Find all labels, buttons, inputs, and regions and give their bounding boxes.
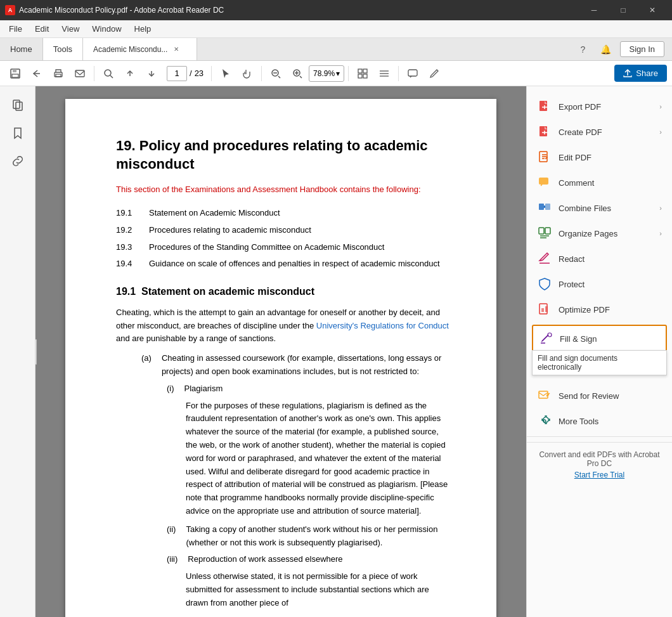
restore-button[interactable]: □ (609, 0, 638, 20)
subsection-title: 19.1 Statement on academic misconduct (116, 283, 452, 300)
fit-page-button[interactable] (352, 63, 373, 84)
print-button[interactable] (48, 63, 68, 84)
svg-point-37 (548, 333, 552, 337)
list-text-i: Plagiarism (184, 382, 223, 396)
next-page-button[interactable] (141, 63, 162, 84)
menu-file[interactable]: File (3, 22, 29, 36)
zoom-out-search-button[interactable] (98, 63, 119, 84)
tab-tools[interactable]: Tools (43, 38, 83, 60)
svg-rect-29 (539, 204, 544, 210)
menu-help[interactable]: Help (128, 22, 158, 36)
zoom-out-button[interactable] (266, 63, 286, 84)
tool-combine-files[interactable]: Combine Files › (527, 195, 672, 221)
tool-comment[interactable]: Comment (527, 170, 672, 195)
back-button[interactable] (27, 63, 47, 84)
svg-rect-4 (56, 74, 61, 77)
tool-optimize-pdf[interactable]: Optimize PDF (527, 297, 672, 322)
plagiarism-definition: For the purposes of these regulations, p… (116, 399, 452, 518)
sign-in-button[interactable]: Sign In (620, 41, 664, 57)
page-total: 23 (195, 68, 204, 78)
toolbar: / 23 78.9% ▾ Share (0, 61, 672, 86)
tool-redact[interactable]: Redact (527, 246, 672, 271)
tool-protect[interactable]: Protect (527, 271, 672, 297)
share-label: Share (636, 68, 658, 78)
send-for-review-label: Send for Review (559, 391, 662, 401)
email-button[interactable] (70, 63, 90, 84)
fill-sign-tooltip: Fill and sign documents electronically (532, 350, 667, 375)
svg-rect-2 (12, 74, 18, 77)
pdf-page: 19. Policy and procedures relating to ac… (65, 99, 496, 617)
tool-fill-sign[interactable]: Fill & Sign (532, 325, 667, 353)
tool-more-tools[interactable]: More Tools (527, 408, 672, 434)
scroll-mode-button[interactable] (374, 63, 394, 84)
more-tools-label: More Tools (559, 417, 662, 426)
tab-bar: Home Tools Academic Miscondu... ✕ ? 🔔 Si… (0, 38, 672, 61)
svg-rect-17 (358, 74, 362, 78)
draw-button[interactable] (424, 63, 444, 84)
university-link[interactable]: University's Regulations for Conduct (316, 321, 449, 330)
toolbar-divider-3 (261, 66, 262, 81)
hand-tool-button[interactable] (237, 63, 257, 84)
pdf-area[interactable]: ◀ 19. Policy and procedures relating to … (36, 86, 526, 617)
toc-text-3: Procedures of the Standing Committee on … (149, 241, 384, 254)
tool-export-pdf[interactable]: Export PDF › (527, 94, 672, 119)
zoom-selector[interactable]: 78.9% ▾ (309, 65, 344, 82)
more-tools-icon (537, 413, 552, 429)
menu-window[interactable]: Window (86, 22, 127, 36)
menu-view[interactable]: View (55, 22, 86, 36)
comment-button[interactable] (403, 63, 423, 84)
toolbar-divider-4 (348, 66, 349, 81)
list-label-a: (a) (141, 352, 152, 379)
tab-close-icon[interactable]: ✕ (174, 46, 179, 53)
svg-line-7 (110, 75, 113, 78)
toc-item-3: 19.3 Procedures of the Standing Committe… (116, 241, 452, 254)
prev-page-button[interactable] (120, 63, 140, 84)
notifications-button[interactable]: 🔔 (597, 41, 615, 58)
sidebar-icon-bookmarks[interactable] (6, 122, 29, 145)
close-button[interactable]: ✕ (638, 0, 667, 20)
right-promo: Convert and edit PDFs with Acrobat Pro D… (527, 442, 672, 487)
protect-icon (537, 276, 552, 292)
combine-files-label: Combine Files (559, 204, 653, 213)
share-button[interactable]: Share (614, 65, 667, 82)
title-bar: A Academic Misconduct Policy.pdf - Adobe… (0, 0, 672, 20)
svg-rect-5 (75, 70, 84, 77)
zoom-in-button[interactable] (287, 63, 307, 84)
list-item-ii: (ii) Taking a copy of another student's … (116, 523, 452, 550)
page-separator: / (190, 68, 192, 78)
protect-label: Protect (559, 280, 662, 289)
list-text-a: Cheating in assessed coursework (for exa… (162, 352, 452, 379)
edit-pdf-label: Edit PDF (559, 153, 662, 162)
redact-icon (537, 251, 552, 266)
optimize-pdf-icon (537, 302, 552, 317)
zoom-arrow-icon: ▾ (336, 69, 340, 78)
save-button[interactable] (5, 63, 25, 84)
combine-files-arrow: › (659, 204, 662, 212)
svg-line-10 (278, 76, 280, 78)
tool-create-pdf[interactable]: Create PDF › (527, 119, 672, 145)
tool-edit-pdf[interactable]: Edit PDF (527, 145, 672, 170)
svg-rect-30 (545, 204, 550, 210)
minimize-button[interactable]: ─ (579, 0, 609, 20)
page-number-input[interactable] (167, 66, 187, 81)
tool-organize-pages[interactable]: Organize Pages › (527, 221, 672, 246)
list-label-ii: (ii) (167, 523, 176, 550)
start-free-trial-link[interactable]: Start Free Trial (537, 471, 662, 479)
sidebar-icon-pages[interactable] (6, 94, 29, 117)
tab-home[interactable]: Home (0, 38, 43, 60)
help-button[interactable]: ? (574, 41, 592, 58)
tool-send-for-review[interactable]: Send for Review (527, 383, 672, 408)
section-intro: This section of the Examinations and Ass… (116, 183, 452, 197)
toolbar-divider-1 (94, 66, 94, 81)
tab-document[interactable]: Academic Miscondu... ✕ (83, 38, 197, 60)
svg-rect-23 (13, 100, 20, 108)
sidebar-icon-links[interactable] (6, 150, 29, 172)
comment-icon (537, 175, 552, 190)
combine-files-icon (537, 200, 552, 216)
list-label-iii: (iii) (167, 553, 178, 566)
page-navigation: / 23 (167, 66, 204, 81)
select-tool-button[interactable] (216, 63, 236, 84)
menu-edit[interactable]: Edit (29, 22, 55, 36)
collapse-panel-button[interactable]: ◀ (36, 339, 37, 365)
toc-num-4: 19.4 (116, 257, 141, 271)
